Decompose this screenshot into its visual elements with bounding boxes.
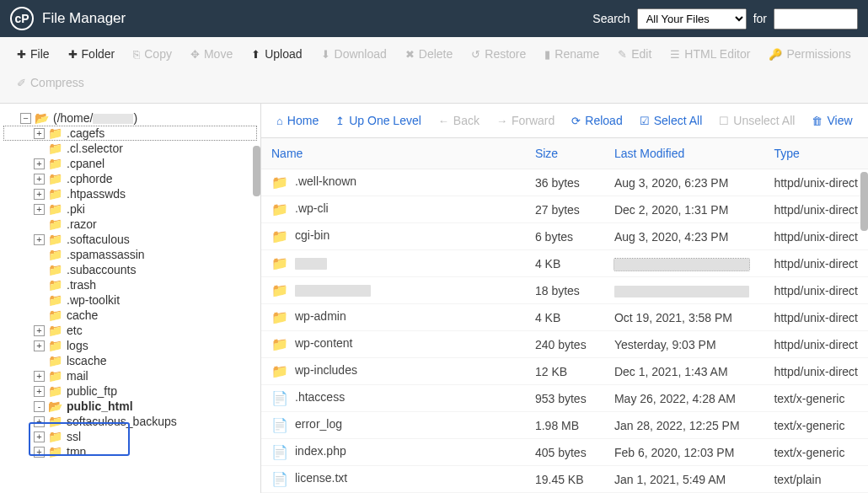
tree-node--subaccounts[interactable]: 📁.subaccounts xyxy=(3,262,257,277)
tree-node-ssl[interactable]: +📁ssl xyxy=(3,429,257,444)
column-header-type[interactable]: Type xyxy=(764,138,868,169)
table-row[interactable]: 📁.wp-cli27 bytesDec 2, 2020, 1:31 PMhttp… xyxy=(261,196,868,223)
tree-node-label[interactable]: .trash xyxy=(67,278,96,292)
search-input[interactable] xyxy=(774,8,858,29)
tree-node-label[interactable]: mail xyxy=(67,369,88,383)
tree-node-label[interactable]: cache xyxy=(67,308,98,322)
tree-node--htpasswds[interactable]: +📁.htpasswds xyxy=(3,186,257,201)
home-button[interactable]: ⌂Home xyxy=(270,110,325,131)
expand-icon[interactable]: + xyxy=(34,431,45,442)
tree-node-label[interactable]: public_html xyxy=(67,399,133,413)
restore-button[interactable]: ↺Restore xyxy=(463,42,534,66)
tree-node--cagefs[interactable]: +📁.cagefs xyxy=(3,126,257,141)
tree-node-label[interactable]: .subaccounts xyxy=(67,263,137,276)
tree-root[interactable]: − 📂 (/home/) xyxy=(3,110,257,126)
table-row[interactable]: 📄index.php405 bytesFeb 6, 2020, 12:03 PM… xyxy=(261,439,868,466)
table-row[interactable]: 📁wp-admin4 KBOct 19, 2021, 3:58 PMhttpd/… xyxy=(261,304,868,331)
tree-node--trash[interactable]: 📁.trash xyxy=(3,277,257,292)
new-file-button[interactable]: ✚File xyxy=(8,42,58,66)
expand-icon[interactable]: + xyxy=(34,340,45,351)
tree-node-label[interactable]: .cagefs xyxy=(67,126,104,140)
tree-node-label[interactable]: logs xyxy=(67,339,88,352)
collapse-icon[interactable]: − xyxy=(20,113,31,124)
tree-node-label[interactable]: tmn xyxy=(67,445,86,458)
tree-node-label[interactable]: .htpasswds xyxy=(67,187,126,201)
table-row[interactable]: 📁wp-includes12 KBDec 1, 2021, 1:43 AMhtt… xyxy=(261,358,868,385)
copy-button[interactable]: ⎘Copy xyxy=(125,42,180,66)
expand-icon[interactable]: + xyxy=(34,204,45,215)
tree-node-label[interactable]: etc xyxy=(67,324,83,337)
tree-node--softaculous[interactable]: +📁.softaculous xyxy=(3,232,257,247)
tree-node-label[interactable]: public_ftp xyxy=(67,384,117,398)
tree-node-label[interactable]: lscache xyxy=(67,354,106,367)
delete-button[interactable]: ✖Delete xyxy=(397,42,461,66)
rename-button[interactable]: ▮Rename xyxy=(536,42,608,66)
tree-node-cache[interactable]: 📁cache xyxy=(3,308,257,323)
tree-node-etc[interactable]: +📁etc xyxy=(3,323,257,338)
move-button[interactable]: ✥Move xyxy=(182,42,241,66)
tree-node-public-ftp[interactable]: +📁public_ftp xyxy=(3,383,257,399)
table-row[interactable]: 📁cgi-bin6 bytesAug 3, 2020, 4:23 PMhttpd… xyxy=(261,223,868,250)
table-row[interactable]: 📁.well-known36 bytesAug 3, 2020, 6:23 PM… xyxy=(261,169,868,196)
edit-button[interactable]: ✎Edit xyxy=(609,42,660,66)
expand-icon[interactable]: + xyxy=(34,416,45,427)
column-header-name[interactable]: Name xyxy=(261,138,525,169)
search-scope-select[interactable]: All Your Files xyxy=(637,8,747,29)
tree-node-lscache[interactable]: 📁lscache xyxy=(3,353,257,368)
tree-node-label[interactable]: softaculous_backups xyxy=(67,415,177,428)
tree-node--wp-toolkit[interactable]: 📁.wp-toolkit xyxy=(3,292,257,308)
tree-node-label[interactable]: .cphorde xyxy=(67,172,112,185)
view-trash-button[interactable]: 🗑View xyxy=(805,110,859,131)
expand-icon[interactable]: + xyxy=(34,371,45,382)
expand-icon[interactable]: + xyxy=(34,447,45,458)
table-row[interactable]: 📁18 byteshttpd/unix-direct xyxy=(261,277,868,304)
html-editor-button[interactable]: ☰HTML Editor xyxy=(662,42,758,66)
tree-node--cpanel[interactable]: +📁.cpanel xyxy=(3,156,257,171)
reload-button[interactable]: ⟳Reload xyxy=(565,110,629,131)
column-header-modified[interactable]: Last Modified xyxy=(604,138,764,169)
tree-node-label[interactable]: ssl xyxy=(67,430,81,443)
tree-node-label[interactable]: .wp-toolkit xyxy=(67,293,120,307)
tree-node-label[interactable]: .softaculous xyxy=(67,233,130,246)
tree-node-label[interactable]: .razor xyxy=(67,217,97,231)
file-listing[interactable]: Name Size Last Modified Type 📁.well-know… xyxy=(261,138,868,493)
tree-node-tmn[interactable]: +📁tmn xyxy=(3,444,257,459)
select-all-button[interactable]: ☑Select All xyxy=(633,110,710,131)
permissions-button[interactable]: 🔑Permissions xyxy=(760,42,859,66)
expand-icon[interactable]: + xyxy=(34,174,45,185)
expand-icon[interactable]: + xyxy=(34,158,45,169)
forward-button[interactable]: →Forward xyxy=(490,110,561,131)
tree-node-label[interactable]: .cpanel xyxy=(67,157,104,170)
expand-icon[interactable]: + xyxy=(34,386,45,397)
tree-node--spamassassin[interactable]: 📁.spamassassin xyxy=(3,247,257,262)
tree-node--razor[interactable]: 📁.razor xyxy=(3,217,257,232)
tree-node-mail[interactable]: +📁mail xyxy=(3,368,257,383)
upload-button[interactable]: ⬆Upload xyxy=(243,42,310,66)
tree-node--pki[interactable]: +📁.pki xyxy=(3,201,257,217)
tree-node-softaculous-backups[interactable]: +📁softaculous_backups xyxy=(3,414,257,429)
download-button[interactable]: ⬇Download xyxy=(313,42,395,66)
tree-node-public-html[interactable]: -📂public_html xyxy=(3,399,257,414)
tree-node-label[interactable]: .cl.selector xyxy=(67,142,123,155)
folder-tree-sidebar[interactable]: − 📂 (/home/) +📁.cagefs📁.cl.selector+📁.cp… xyxy=(0,104,261,493)
compress-button[interactable]: ✐Compress xyxy=(8,71,93,94)
table-row[interactable]: 📄.htaccess953 bytesMay 26, 2022, 4:28 AM… xyxy=(261,385,868,412)
expand-icon[interactable]: + xyxy=(34,234,45,245)
content-scrollbar[interactable] xyxy=(860,172,868,231)
sidebar-scrollbar[interactable] xyxy=(253,146,260,196)
column-header-size[interactable]: Size xyxy=(525,138,604,169)
unselect-all-button[interactable]: ☐Unselect All xyxy=(712,110,801,131)
back-button[interactable]: ←Back xyxy=(431,110,486,131)
expand-icon[interactable]: + xyxy=(34,189,45,200)
collapse-icon[interactable]: - xyxy=(34,401,45,412)
table-row[interactable]: 📄error_log1.98 MBJan 28, 2022, 12:25 PMt… xyxy=(261,412,868,439)
up-one-level-button[interactable]: ↥Up One Level xyxy=(329,110,428,131)
expand-icon[interactable]: + xyxy=(34,325,45,336)
table-row[interactable]: 📄license.txt19.45 KBJan 1, 2021, 5:49 AM… xyxy=(261,466,868,493)
table-row[interactable]: 📁wp-content240 bytesYesterday, 9:03 PMht… xyxy=(261,331,868,358)
tree-node-label[interactable]: .pki xyxy=(67,202,85,216)
tree-node--cphorde[interactable]: +📁.cphorde xyxy=(3,171,257,186)
tree-node-logs[interactable]: +📁logs xyxy=(3,338,257,353)
expand-icon[interactable]: + xyxy=(34,128,45,139)
tree-node-label[interactable]: .spamassassin xyxy=(67,248,145,261)
